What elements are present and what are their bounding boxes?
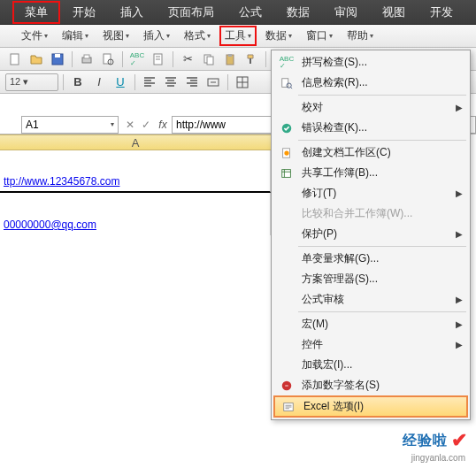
research-icon[interactable] <box>149 50 168 68</box>
menu-item-20[interactable]: Excel 选项(I) <box>273 395 468 418</box>
ribbon-tab-data[interactable]: 数据 <box>274 1 322 24</box>
menu-item-label: 添加数字签名(S) <box>302 378 380 393</box>
menubar: 文件▾ 编辑▾ 视图▾ 插入▾ 格式▾ 工具▾ 数据▾ 窗口▾ 帮助▾ <box>0 25 476 48</box>
ribbon-tab-menu[interactable]: 菜单 <box>12 1 60 24</box>
font-size-selector[interactable]: 12 ▾ <box>5 73 58 91</box>
check-icon: ✔ <box>451 429 467 452</box>
menu-item-10[interactable]: 保护(P)▶ <box>273 224 468 244</box>
search-icon <box>277 73 296 93</box>
chevron-down-icon: ▾ <box>44 32 48 40</box>
cancel-icon[interactable]: ✕ <box>122 119 138 131</box>
menu-item-3[interactable]: 校对▶ <box>273 97 468 118</box>
menu-data[interactable]: 数据▾ <box>260 26 297 46</box>
menu-item-7[interactable]: 共享工作簿(B)... <box>273 163 468 183</box>
copy-icon[interactable] <box>199 50 219 68</box>
blank-icon <box>277 270 296 289</box>
blank-icon <box>277 184 296 203</box>
menu-item-13[interactable]: 方案管理器(S)... <box>273 269 468 289</box>
menu-item-19[interactable]: 添加数字签名(S) <box>273 375 468 395</box>
chevron-down-icon: ▾ <box>126 32 129 40</box>
watermark-sub: jingyanla.com <box>411 453 465 463</box>
submenu-arrow-icon: ▶ <box>456 319 463 329</box>
menu-separator <box>298 246 466 247</box>
menu-tools[interactable]: 工具▾ <box>219 26 257 46</box>
ribbon-tab-formula[interactable]: 公式 <box>226 1 274 24</box>
chevron-down-icon: ▾ <box>166 32 170 40</box>
menu-item-16[interactable]: 宏(M)▶ <box>273 314 468 334</box>
align-right-icon[interactable] <box>182 73 202 91</box>
fx-icon[interactable]: fx <box>154 119 172 131</box>
merge-icon[interactable] <box>203 73 223 91</box>
save-icon[interactable] <box>48 50 67 68</box>
name-box[interactable]: A1 ▾ <box>21 116 119 134</box>
ribbon-tab-dev[interactable]: 开发 <box>418 1 465 24</box>
open-icon[interactable] <box>27 50 46 68</box>
menu-help[interactable]: 帮助▾ <box>342 26 379 46</box>
hyperlink-2[interactable]: 00000000@qq.com <box>4 219 96 231</box>
ribbon-tabs: 菜单 开始 插入 页面布局 公式 数据 审阅 视图 开发 <box>0 0 476 25</box>
menu-item-17[interactable]: 控件▶ <box>273 334 468 355</box>
menu-view[interactable]: 视图▾ <box>97 26 134 46</box>
cell-a1[interactable]: ttp://www.12345678.com <box>0 172 271 193</box>
hyperlink-1[interactable]: ttp://www.12345678.com <box>4 175 119 188</box>
name-box-value: A1 <box>26 119 39 131</box>
gear-icon <box>279 397 298 417</box>
print-icon[interactable] <box>77 50 96 68</box>
submenu-arrow-icon: ▶ <box>456 229 463 239</box>
chevron-down-icon: ▾ <box>111 120 114 128</box>
menu-edit[interactable]: 编辑▾ <box>57 26 94 46</box>
underline-icon[interactable]: U <box>111 73 130 91</box>
menu-item-14[interactable]: 公式审核▶ <box>273 289 468 310</box>
svg-rect-9 <box>207 57 213 65</box>
spell-icon[interactable]: ABC✓ <box>127 50 147 68</box>
new-icon[interactable] <box>5 50 25 68</box>
menu-window[interactable]: 窗口▾ <box>301 26 338 46</box>
align-left-icon[interactable] <box>140 73 159 91</box>
menu-item-label: 比较和合并工作簿(W)... <box>302 206 412 221</box>
submenu-arrow-icon: ▶ <box>456 188 463 198</box>
submenu-arrow-icon: ▶ <box>456 340 463 349</box>
menu-item-1[interactable]: 信息检索(R)... <box>273 73 468 93</box>
menu-item-label: 信息检索(R)... <box>302 75 368 90</box>
format-painter-icon[interactable] <box>242 50 261 68</box>
menu-item-4[interactable]: 错误检查(K)... <box>273 118 468 138</box>
blank-icon <box>277 204 296 224</box>
submenu-arrow-icon: ▶ <box>456 103 463 112</box>
column-header-a[interactable]: A <box>0 134 271 150</box>
blank-icon <box>277 290 296 310</box>
doc-icon <box>277 143 296 163</box>
menu-item-label: 宏(M) <box>302 317 328 332</box>
ribbon-tab-start[interactable]: 开始 <box>60 1 108 24</box>
menu-separator <box>298 311 466 312</box>
preview-icon[interactable] <box>98 50 118 68</box>
menu-item-label: 加载宏(I)... <box>302 357 352 372</box>
bold-icon[interactable]: B <box>68 73 88 91</box>
menu-item-8[interactable]: 修订(T)▶ <box>273 183 468 203</box>
svg-rect-5 <box>104 54 111 64</box>
cut-icon[interactable]: ✂ <box>178 50 197 68</box>
enter-icon[interactable]: ✓ <box>138 119 154 131</box>
svg-rect-11 <box>228 54 232 57</box>
menu-insert[interactable]: 插入▾ <box>138 26 175 46</box>
blank-icon <box>277 315 296 334</box>
ribbon-tab-review[interactable]: 审阅 <box>322 1 370 24</box>
cell-a3[interactable]: 00000000@qq.com <box>0 214 271 235</box>
svg-rect-4 <box>84 55 89 58</box>
menu-file[interactable]: 文件▾ <box>16 26 53 46</box>
align-center-icon[interactable] <box>161 73 180 91</box>
menu-format[interactable]: 格式▾ <box>179 26 216 46</box>
borders-icon[interactable] <box>233 73 252 91</box>
ribbon-tab-layout[interactable]: 页面布局 <box>156 1 226 24</box>
svg-point-18 <box>284 150 288 155</box>
paste-icon[interactable] <box>220 50 240 68</box>
italic-icon[interactable]: I <box>89 73 109 91</box>
sign-icon <box>277 376 296 395</box>
menu-item-12[interactable]: 单变量求解(G)... <box>273 249 468 269</box>
ribbon-tab-insert[interactable]: 插入 <box>108 1 156 24</box>
menu-item-label: 错误检查(K)... <box>302 120 367 135</box>
tools-dropdown: ABC✓拼写检查(S)...信息检索(R)...校对▶错误检查(K)...创建文… <box>271 50 471 420</box>
menu-item-0[interactable]: ABC✓拼写检查(S)... <box>273 52 468 73</box>
ribbon-tab-view[interactable]: 视图 <box>370 1 418 24</box>
menu-item-18[interactable]: 加载宏(I)... <box>273 355 468 375</box>
menu-item-6[interactable]: 创建文档工作区(C) <box>273 142 468 163</box>
